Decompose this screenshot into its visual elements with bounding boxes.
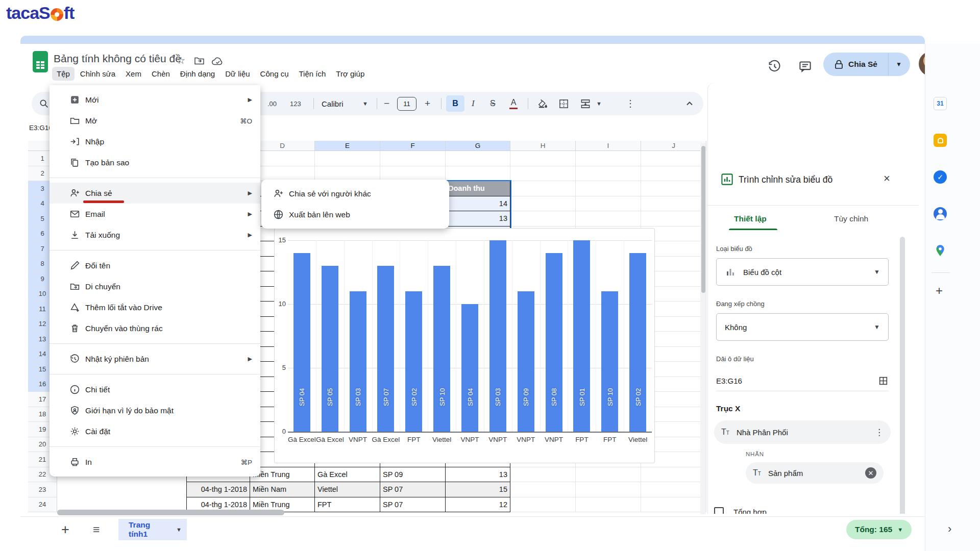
file-menu-item[interactable]: Mở⌘O	[50, 110, 260, 131]
tasks-icon[interactable]: ✓	[934, 170, 947, 184]
cell-I1[interactable]	[576, 151, 641, 166]
data-range-row[interactable]: E3:G16	[716, 371, 889, 391]
contacts-icon[interactable]	[934, 207, 947, 220]
text-color-button[interactable]: A	[509, 92, 518, 115]
share-dropdown-caret[interactable]: ▼	[896, 61, 902, 68]
panel-close-icon[interactable]: ×	[884, 172, 890, 185]
document-title[interactable]: Bảng tính không có tiêu đề	[54, 53, 181, 65]
cell-G22[interactable]: 13	[446, 467, 510, 483]
cell-J2[interactable]	[641, 166, 706, 182]
sum-badge[interactable]: Tổng: 165 ▼	[846, 520, 912, 539]
cell-G4[interactable]: 14	[446, 196, 510, 212]
cell-E1[interactable]	[315, 151, 380, 166]
menubar-item-6[interactable]: Dữ liệu	[220, 67, 254, 81]
cell-H2[interactable]	[510, 166, 576, 182]
add-sheet-button[interactable]: +	[61, 522, 69, 538]
cell-I22[interactable]	[576, 467, 641, 483]
comment-icon[interactable]	[798, 60, 812, 73]
bar-SP-07-value-13[interactable]	[377, 266, 394, 432]
stacking-select[interactable]: Không ▼	[716, 313, 889, 341]
x-axis-field[interactable]: TT Nhà Phân Phối ⋮	[714, 420, 891, 444]
cell-G3[interactable]: Doanh thu	[446, 181, 510, 196]
star-icon[interactable]: ☆	[177, 55, 185, 66]
cell-F24[interactable]: SP 07	[380, 497, 446, 513]
vertical-scrollbar-thumb[interactable]	[701, 146, 705, 293]
cell-I3[interactable]	[576, 181, 641, 196]
tab-tuy-chinh[interactable]: Tùy chỉnh	[834, 214, 868, 223]
cell-J3[interactable]	[641, 181, 706, 196]
horizontal-scrollbar-thumb[interactable]	[57, 510, 284, 515]
font-size-increase-button[interactable]: +	[425, 92, 430, 115]
sheet-tab-caret[interactable]: ▼	[176, 527, 182, 533]
column-header-J[interactable]: J	[641, 141, 706, 151]
cell-E23[interactable]: Viettel	[315, 482, 380, 497]
share-button[interactable]: Chia Sẻ ▼	[823, 53, 910, 76]
cell-F22[interactable]: SP 09	[380, 467, 446, 483]
cell-E22[interactable]: Gà Excel	[315, 467, 380, 483]
move-folder-icon[interactable]	[194, 56, 205, 65]
cell-J24[interactable]	[641, 497, 706, 513]
version-history-icon[interactable]	[768, 60, 781, 73]
merge-caret[interactable]: ▼	[596, 92, 602, 115]
file-menu-item[interactable]: Nhật ký phiên bản▶	[50, 348, 260, 369]
menubar-item-2[interactable]: Chỉnh sửa	[76, 67, 120, 81]
cell-H3[interactable]	[510, 181, 576, 196]
cell-F2[interactable]	[380, 166, 446, 182]
search-icon[interactable]	[39, 92, 50, 115]
cell-E24[interactable]: FPT	[315, 497, 380, 513]
select-range-icon[interactable]	[878, 375, 889, 386]
bold-button[interactable]: B	[446, 95, 464, 112]
column-header-E[interactable]: E	[315, 141, 380, 151]
font-select[interactable]: Calibri	[322, 92, 344, 115]
column-header-H[interactable]: H	[510, 141, 576, 151]
cell-G2[interactable]	[446, 166, 510, 182]
menubar-item-4[interactable]: Chèn	[147, 67, 175, 81]
font-size-input[interactable]: 11	[397, 97, 416, 111]
bar-SP-10-value-11[interactable]	[601, 291, 618, 432]
share-submenu-item[interactable]: Chia sẻ với người khác	[261, 183, 449, 204]
bar-SP-10-value-13[interactable]	[433, 266, 450, 432]
panel-scrollbar-thumb[interactable]	[900, 237, 905, 514]
italic-button[interactable]: I	[472, 92, 475, 115]
all-sheets-icon[interactable]: ≡	[93, 523, 100, 537]
share-submenu-item[interactable]: Xuất bản lên web	[261, 204, 449, 225]
column-header-F[interactable]: F	[380, 141, 446, 151]
cell-J1[interactable]	[641, 151, 706, 166]
column-header-G[interactable]: G	[446, 141, 510, 151]
file-menu-item[interactable]: Cài đặt	[50, 421, 260, 442]
cell-G1[interactable]	[446, 151, 510, 166]
sheet-tab[interactable]: Trang tính1 ▼	[118, 519, 187, 540]
file-menu-item[interactable]: Chi tiết	[50, 379, 260, 400]
bar-SP-04-value-10[interactable]	[461, 304, 478, 432]
vertical-scrollbar[interactable]	[700, 143, 706, 514]
font-select-caret[interactable]: ▼	[362, 92, 368, 115]
file-menu-item[interactable]: Tải xuống▶	[50, 224, 260, 245]
cell-H23[interactable]	[510, 482, 576, 497]
cell-F1[interactable]	[380, 151, 446, 166]
file-menu-item[interactable]: Thêm lối tắt vào Drive	[50, 297, 260, 318]
cell-J5[interactable]	[641, 211, 706, 227]
strikethrough-button[interactable]: S	[490, 92, 496, 115]
name-box[interactable]: E3:G16	[29, 124, 53, 132]
row-header-24[interactable]: 24	[28, 497, 57, 513]
font-size-decrease-button[interactable]: −	[384, 92, 389, 115]
cell-H5[interactable]	[510, 211, 576, 227]
file-menu-item[interactable]: Chuyển vào thùng rác	[50, 318, 260, 339]
cell-D23[interactable]: Miền Nam	[250, 482, 315, 497]
label-field[interactable]: TT Sản phẩm ✕	[746, 462, 884, 484]
file-menu-item[interactable]: In⌘P	[50, 452, 260, 472]
cell-E2[interactable]	[315, 166, 380, 182]
cell-J4[interactable]	[641, 196, 706, 212]
file-menu-item[interactable]: Di chuyển	[50, 276, 260, 297]
cell-G24[interactable]: 12	[446, 497, 510, 513]
embedded-chart[interactable]: 151050SP 04Gà ExcelSP 05Gà ExcelSP 03VNP…	[274, 228, 655, 463]
file-menu-item[interactable]: Đổi tên	[50, 255, 260, 276]
cell-H1[interactable]	[510, 151, 576, 166]
bar-SP-03-value-11[interactable]	[350, 291, 366, 432]
cell-I23[interactable]	[576, 482, 641, 497]
bar-SP-09-value-11[interactable]	[518, 291, 534, 432]
merge-cells-icon[interactable]	[580, 92, 591, 115]
cell-J23[interactable]	[641, 482, 706, 497]
cell-G5[interactable]: 13	[446, 211, 510, 227]
cell-I24[interactable]	[576, 497, 641, 513]
